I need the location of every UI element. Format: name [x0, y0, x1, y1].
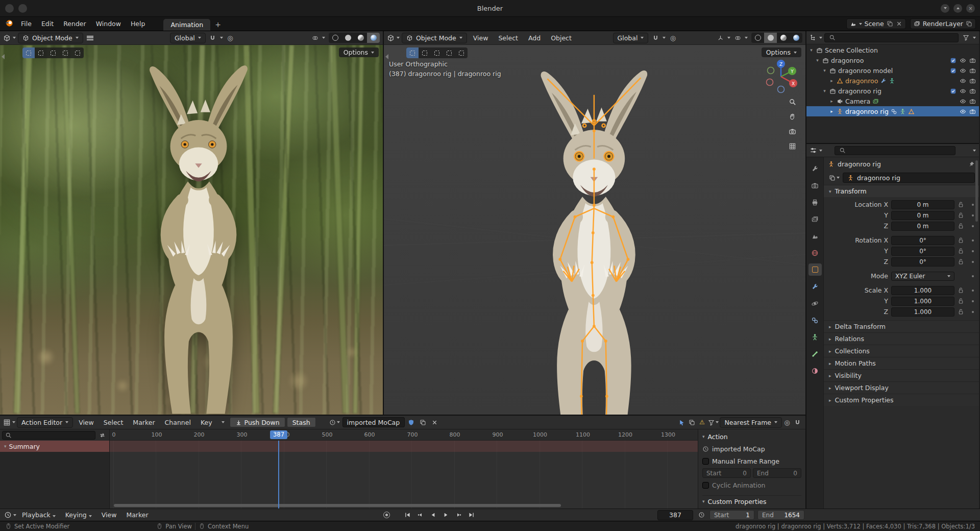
shading-rendered-button[interactable]: [367, 33, 380, 43]
auto-keying-button[interactable]: [381, 510, 393, 520]
rotation-z-field[interactable]: 0°: [891, 257, 954, 267]
fake-user-shield-toggle[interactable]: [406, 417, 416, 427]
tab-scene[interactable]: [808, 230, 822, 242]
select-mode-intersect-button[interactable]: [71, 47, 84, 58]
collapsed-menus-button[interactable]: [85, 33, 95, 43]
timeline-editor-icon[interactable]: [4, 511, 12, 519]
animate-dot[interactable]: [972, 275, 974, 277]
properties-editor-icon[interactable]: [810, 147, 817, 154]
auto-snap-cursor-icon[interactable]: [676, 417, 687, 427]
viewport-left-canvas[interactable]: Options: [0, 45, 383, 415]
transform-panel-header[interactable]: ▾ Transform: [824, 185, 979, 197]
object-name-field[interactable]: dragonroo rig: [843, 173, 975, 183]
proportional-edit-toggle[interactable]: ◎: [668, 33, 678, 43]
disable-render-icon[interactable]: [969, 98, 976, 105]
new-action-button[interactable]: [418, 417, 428, 427]
section-viewport-display[interactable]: ▸Viewport Display: [824, 381, 979, 394]
window-maximize-button[interactable]: [953, 4, 962, 13]
rotation-x-field[interactable]: 0°: [891, 236, 954, 245]
select-mode-new-button[interactable]: [406, 47, 419, 58]
tab-tool[interactable]: [808, 162, 822, 175]
push-down-button[interactable]: Push Down: [230, 417, 285, 427]
animate-dot[interactable]: [972, 261, 974, 263]
menu-marker[interactable]: Marker: [129, 418, 159, 427]
pin-icon[interactable]: [968, 161, 975, 167]
window-menu-button[interactable]: [5, 4, 14, 13]
menu-object[interactable]: Object: [547, 33, 576, 43]
hide-eye-icon[interactable]: [960, 108, 966, 115]
expand-icon[interactable]: ▾: [822, 88, 827, 93]
viewport-solid[interactable]: Object Mode View Select Add Object Globa…: [384, 31, 805, 415]
custom-properties-panel-header[interactable]: ▾ Custom Properties: [702, 495, 801, 505]
select-mode-subtract-button[interactable]: [47, 47, 59, 58]
section-relations[interactable]: ▸Relations: [824, 332, 979, 345]
exclude-checkbox-icon[interactable]: [950, 57, 957, 64]
lock-icon[interactable]: [958, 308, 964, 315]
action-browse-dropdown[interactable]: [328, 417, 341, 427]
menu-window[interactable]: Window: [91, 18, 126, 31]
toggle-grid-icon[interactable]: [789, 142, 796, 150]
menu-select[interactable]: Select: [494, 33, 522, 43]
expand-icon[interactable]: ▾: [815, 58, 820, 63]
frame-range-end-field[interactable]: End0: [753, 468, 801, 478]
keyframe-region[interactable]: 0 100 200 300 400 500 600 700 800 900 10…: [110, 429, 698, 509]
shading-solid-button[interactable]: [764, 33, 777, 43]
tab-material[interactable]: [808, 365, 822, 377]
shading-solid-button[interactable]: [341, 33, 354, 43]
menu-marker[interactable]: Marker: [122, 510, 152, 520]
shading-material-button[interactable]: [354, 33, 367, 43]
transform-orientation-dropdown[interactable]: Global: [613, 33, 649, 43]
animate-dot[interactable]: [972, 250, 974, 252]
animate-dot[interactable]: [972, 289, 974, 292]
next-keyframe-button[interactable]: [453, 510, 464, 520]
previous-keyframe-button[interactable]: [414, 510, 426, 520]
shading-wireframe-button[interactable]: [751, 33, 764, 43]
snap-dropdown-icon[interactable]: [663, 37, 666, 39]
editor-type-dropdown-icon[interactable]: [819, 37, 822, 39]
expand-icon[interactable]: ▸: [829, 109, 835, 114]
expand-icon[interactable]: ▸: [829, 78, 835, 83]
select-mode-subtract-button[interactable]: [431, 47, 443, 58]
viewport-editor-icon[interactable]: [387, 34, 395, 42]
menu-playback[interactable]: Playback: [18, 510, 60, 520]
lock-icon[interactable]: [958, 298, 964, 304]
disable-render-icon[interactable]: [969, 108, 976, 115]
toolbar-expand-arrow[interactable]: [2, 54, 5, 59]
zoom-icon[interactable]: [789, 98, 796, 106]
outliner-row-scene-collection[interactable]: ▾ Scene Collection: [806, 45, 979, 55]
camera-view-icon[interactable]: [789, 128, 796, 135]
overlays-dropdown-icon[interactable]: [745, 37, 748, 39]
select-mode-extend-button[interactable]: [419, 47, 431, 58]
location-z-field[interactable]: 0 m: [891, 222, 954, 231]
filter-funnel-button[interactable]: [707, 417, 720, 427]
menu-select[interactable]: Select: [100, 418, 128, 427]
animate-dot[interactable]: [972, 239, 974, 242]
transform-orientation-dropdown[interactable]: Global: [170, 33, 206, 43]
play-button[interactable]: [440, 510, 452, 520]
overlays-dropdown-icon[interactable]: [322, 37, 325, 39]
animate-dot[interactable]: [972, 204, 974, 206]
exclude-checkbox-icon[interactable]: [950, 88, 957, 94]
menu-key[interactable]: Key: [197, 418, 216, 427]
add-workspace-button[interactable]: +: [211, 20, 225, 31]
tab-physics[interactable]: [808, 297, 822, 309]
outliner-row-mesh-dragonroo[interactable]: ▸ dragonroo: [806, 76, 979, 86]
scene-unlink-icon[interactable]: [896, 20, 902, 27]
lock-icon[interactable]: [958, 237, 964, 244]
workspace-tab-animation[interactable]: Animation: [163, 19, 210, 31]
menu-edit[interactable]: Edit: [37, 18, 58, 31]
tab-constraints[interactable]: [808, 314, 822, 326]
checkbox-icon[interactable]: [702, 482, 709, 489]
outliner-editor-icon[interactable]: [810, 34, 817, 41]
animate-dot[interactable]: [972, 214, 974, 216]
expand-icon[interactable]: ▸: [829, 99, 835, 104]
animate-dot[interactable]: [972, 300, 974, 302]
playhead-line[interactable]: [278, 441, 279, 509]
section-custom-properties[interactable]: ▸Custom Properties: [824, 394, 979, 406]
select-mode-new-button[interactable]: [22, 47, 35, 58]
action-panel-header[interactable]: ▾ Action: [702, 431, 801, 442]
character-model[interactable]: [461, 46, 727, 415]
scale-x-field[interactable]: 1.000: [891, 286, 954, 295]
properties-scrollbar[interactable]: [975, 160, 978, 222]
window-close-button[interactable]: ×: [966, 4, 975, 13]
